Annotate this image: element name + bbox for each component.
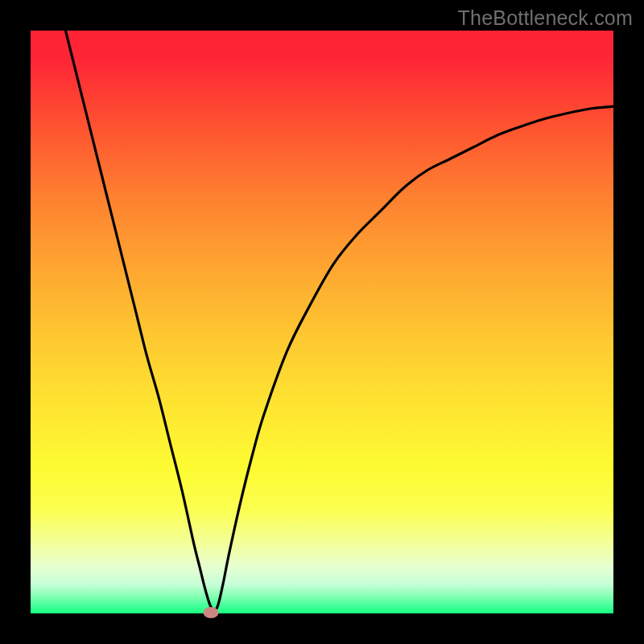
chart-frame: TheBottleneck.com <box>0 0 644 644</box>
bottleneck-curve <box>31 31 613 613</box>
optimal-point-marker <box>204 607 219 618</box>
plot-area <box>31 31 613 613</box>
watermark-text: TheBottleneck.com <box>458 6 633 30</box>
